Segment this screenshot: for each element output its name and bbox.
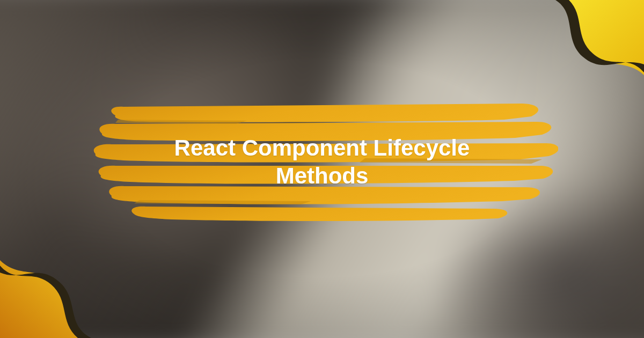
banner-title: React Component Lifecycle Methods [86,100,558,224]
title-banner: React Component Lifecycle Methods [86,100,558,224]
